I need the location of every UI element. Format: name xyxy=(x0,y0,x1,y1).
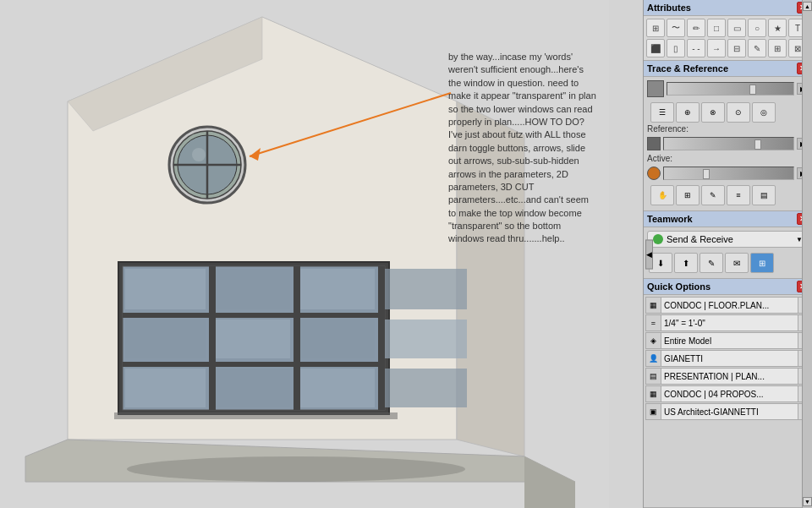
quick-options-row-0[interactable]: ▦ CONDOC | FLOOR.PLAN... ▶ xyxy=(645,297,810,314)
svg-rect-16 xyxy=(294,266,300,410)
trace-reference-title: Trace & Reference xyxy=(647,63,728,74)
attr-btn-12[interactable]: → xyxy=(707,39,726,57)
qo-icon-0: ▦ xyxy=(646,298,661,313)
attr-btn-14[interactable]: ✎ xyxy=(748,39,766,57)
tw-btn-4[interactable]: ✉ xyxy=(725,253,749,273)
teamwork-title: Teamwork xyxy=(647,214,693,224)
reference-buttons: ☰ ⊕ ⊗ ⊙ ◎ xyxy=(647,101,809,124)
trace-content: ▶ ☰ ⊕ ⊗ ⊙ ◎ Reference: ▶ xyxy=(644,77,812,210)
qo-icon-4: ▤ xyxy=(646,369,661,384)
svg-point-10 xyxy=(192,148,206,161)
qo-label-2: Entire Model xyxy=(661,336,798,346)
attr-btn-6[interactable]: ○ xyxy=(748,19,766,37)
qo-label-1: 1/4" = 1'-0" xyxy=(661,319,798,328)
trace-top-row: ▶ xyxy=(647,80,809,97)
teamwork-content: Send & Receive ▼ ⬇ ⬆ ✎ ✉ ⊞ xyxy=(644,227,812,278)
quick-options-title: Quick Options xyxy=(647,281,710,292)
attr-btn-1[interactable]: ⊞ xyxy=(646,19,665,37)
attributes-toolbar: ⊞ 〜 ✏ □ ▭ ○ ★ T ⬛ ▯ - - → ⊟ ✎ ⊞ ⊠ xyxy=(644,16,812,60)
attr-btn-7[interactable]: ★ xyxy=(768,19,787,37)
svg-rect-31 xyxy=(385,369,467,407)
ref-btn-2[interactable]: ⊕ xyxy=(676,102,700,123)
svg-rect-15 xyxy=(209,266,216,410)
qo-icon-2: ◈ xyxy=(646,333,661,348)
attr-btn-15[interactable]: ⊞ xyxy=(768,39,787,57)
attr-btn-5[interactable]: ▭ xyxy=(727,19,746,37)
active-swatch[interactable] xyxy=(647,167,661,180)
ref-btn-4[interactable]: ⊙ xyxy=(727,102,750,123)
ref-btn-3[interactable]: ⊗ xyxy=(701,102,725,123)
ref-btn-1[interactable]: ☰ xyxy=(650,102,674,123)
active-btn-1[interactable]: ✋ xyxy=(650,185,674,205)
active-label: Active: xyxy=(647,154,689,163)
trace-slider[interactable] xyxy=(667,82,794,96)
qo-label-0: CONDOC | FLOOR.PLAN... xyxy=(661,301,798,310)
active-btn-4[interactable]: ≡ xyxy=(727,185,750,205)
svg-rect-27 xyxy=(385,320,467,358)
reference-swatch[interactable] xyxy=(647,137,661,150)
trace-reference-header: Trace & Reference ✕ xyxy=(644,61,812,77)
teamwork-header: Teamwork ✕ xyxy=(644,211,812,227)
quick-options-row-2[interactable]: ◈ Entire Model ▶ xyxy=(645,332,810,349)
reference-slider[interactable] xyxy=(663,137,794,150)
teamwork-panel: Teamwork ✕ Send & Receive ▼ ⬇ ⬆ ✎ ✉ ⊞ xyxy=(644,211,812,279)
main-viewport: by the way...incase my 'words' weren't s… xyxy=(0,0,643,508)
ref-btn-5[interactable]: ◎ xyxy=(752,102,776,123)
panel-collapse-handle[interactable]: ◀ xyxy=(645,239,653,269)
trace-swatch[interactable] xyxy=(647,80,664,97)
attr-btn-3[interactable]: ✏ xyxy=(687,19,705,37)
active-btn-3[interactable]: ✎ xyxy=(701,185,725,205)
attr-btn-2[interactable]: 〜 xyxy=(667,19,685,37)
attr-btn-11[interactable]: - - xyxy=(687,39,705,57)
svg-rect-23 xyxy=(385,269,467,309)
scroll-up-button[interactable]: ▲ xyxy=(803,2,812,11)
svg-rect-25 xyxy=(216,320,290,358)
svg-rect-26 xyxy=(300,320,375,358)
qo-icon-5: ▦ xyxy=(646,386,661,401)
teamwork-action-buttons: ⬇ ⬆ ✎ ✉ ⊞ xyxy=(647,251,809,275)
quick-options-row-4[interactable]: ▤ PRESENTATION | PLAN... ▶ xyxy=(645,368,810,385)
qo-icon-6: ▣ xyxy=(646,404,661,419)
svg-rect-32 xyxy=(114,412,398,419)
attributes-title: Attributes xyxy=(647,3,691,13)
reference-swatch-row: ▶ xyxy=(647,137,809,150)
reference-label: Reference: xyxy=(647,124,689,134)
svg-rect-28 xyxy=(125,369,206,407)
attributes-header: Attributes ✕ xyxy=(644,0,812,16)
quick-options-panel: Quick Options ✕ ▦ CONDOC | FLOOR.PLAN...… xyxy=(644,279,812,508)
quick-options-content: ▦ CONDOC | FLOOR.PLAN... ▶ = 1/4" = 1'-0… xyxy=(644,295,812,423)
building-illustration xyxy=(0,0,609,508)
svg-rect-22 xyxy=(300,269,375,309)
svg-rect-29 xyxy=(216,369,290,407)
trace-reference-panel: Trace & Reference ✕ ▶ ☰ ⊕ ⊗ ⊙ ◎ xyxy=(644,61,812,211)
active-btn-2[interactable]: ⊞ xyxy=(676,185,700,205)
attr-btn-4[interactable]: □ xyxy=(707,19,726,37)
qo-icon-3: 👤 xyxy=(646,351,661,366)
qo-label-5: CONDOC | 04 PROPOS... xyxy=(661,390,798,399)
send-receive-button[interactable]: Send & Receive ▼ xyxy=(647,231,809,248)
quick-options-row-1[interactable]: = 1/4" = 1'-0" ▶ xyxy=(645,314,810,331)
svg-point-33 xyxy=(127,456,465,482)
tw-btn-5[interactable]: ⊞ xyxy=(750,253,774,273)
svg-rect-30 xyxy=(300,369,375,407)
quick-options-row-5[interactable]: ▦ CONDOC | 04 PROPOS... ▶ xyxy=(645,385,810,402)
tw-btn-3[interactable]: ✎ xyxy=(700,253,723,273)
attr-btn-9[interactable]: ⬛ xyxy=(646,39,665,57)
quick-options-header: Quick Options ✕ xyxy=(644,279,812,295)
tw-btn-2[interactable]: ⬆ xyxy=(674,253,698,273)
qo-label-3: GIANETTI xyxy=(661,354,798,363)
svg-rect-19 xyxy=(123,362,385,367)
quick-options-row-6[interactable]: ▣ US Architect-GIANNETTI ▶ xyxy=(645,403,810,420)
quick-options-row-3[interactable]: 👤 GIANETTI ▶ xyxy=(645,350,810,367)
active-swatch-row: ▶ xyxy=(647,167,809,180)
reference-label-row: Reference: xyxy=(647,124,809,134)
active-slider[interactable] xyxy=(663,167,794,180)
active-btn-5[interactable]: ▤ xyxy=(752,185,776,205)
attr-btn-13[interactable]: ⊟ xyxy=(727,39,746,57)
right-panel: Attributes ✕ ⊞ 〜 ✏ □ ▭ ○ ★ T ⬛ ▯ - - → ⊟… xyxy=(643,0,812,508)
attributes-panel: Attributes ✕ ⊞ 〜 ✏ □ ▭ ○ ★ T ⬛ ▯ - - → ⊟… xyxy=(644,0,812,61)
qo-label-6: US Architect-GIANNETTI xyxy=(661,407,798,417)
svg-rect-18 xyxy=(123,313,385,318)
scroll-down-button[interactable]: ▼ xyxy=(803,497,812,506)
attr-btn-10[interactable]: ▯ xyxy=(667,39,685,57)
